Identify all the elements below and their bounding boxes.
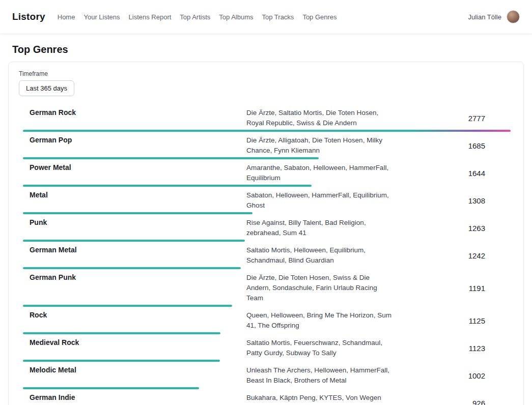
genre-bar [23,157,511,159]
genre-bar-fill [23,212,253,214]
genre-bar [23,240,511,242]
genre-name: Melodic Metal [19,365,246,374]
genre-bar [23,360,511,362]
nav-item-top-albums[interactable]: Top Albums [219,13,253,21]
page-title: Top Genres [12,44,520,55]
genre-count: 926 [399,399,513,405]
genre-artists: Queen, Helloween, Bring Me The Horizon, … [246,310,399,331]
top-genres-card: Timeframe Last 365 days German Rock Die … [8,62,524,405]
genre-bar-fill [23,267,241,269]
genre-count: 1123 [399,344,513,353]
genre-count: 1644 [399,169,513,178]
genre-bar-fill [23,360,220,362]
user-menu: Julian Tölle [468,10,520,23]
genre-bar [23,387,511,389]
genre-artists: Die Ärzte, Die Toten Hosen, Swiss & Die … [246,273,399,303]
genre-artists: Die Ärzte, Alligatoah, Die Toten Hosen, … [246,135,399,156]
genre-count: 2777 [399,114,513,123]
genre-name: Rock [19,310,246,319]
genre-bar-fill [23,305,232,307]
genre-artists: Die Ärzte, Saltatio Mortis, Die Toten Ho… [246,108,399,128]
genre-count: 1125 [399,316,513,325]
genre-bar-fill [23,240,245,242]
genre-name: German Indie [19,393,246,401]
main-content: Top Genres Timeframe Last 365 days Germa… [0,44,532,405]
genre-count: 1308 [399,196,513,205]
genre-row: German Punk Die Ärzte, Die Toten Hosen, … [19,270,513,308]
genre-name: Metal [19,190,246,199]
genre-row: Medieval Rock Saltatio Mortis, Feuerschw… [19,335,513,363]
genre-name: German Metal [19,245,246,254]
genre-name: Punk [19,218,246,226]
genre-bar [23,212,511,214]
timeframe-select[interactable]: Last 365 days [19,80,74,96]
user-avatar[interactable] [507,10,520,23]
nav-item-your-listens[interactable]: Your Listens [83,13,120,21]
genre-name: German Rock [19,108,246,117]
genre-artists: Saltatio Mortis, Feuerschwanz, Schandmau… [246,338,399,358]
genre-bar-fill [23,332,220,334]
genre-row: Punk Rise Against, Billy Talent, Bad Rel… [19,215,513,243]
genre-table: German Rock Die Ärzte, Saltatio Mortis, … [19,105,513,405]
genre-name: Medieval Rock [19,338,246,346]
genre-bar [23,267,511,269]
timeframe-filter: Timeframe Last 365 days [19,70,513,96]
genre-artists: Unleash The Archers, Helloween, HammerFa… [246,365,399,386]
genre-row: Rock Queen, Helloween, Bring Me The Hori… [19,308,513,335]
genre-row: Metal Sabaton, Helloween, HammerFall, Eq… [19,188,513,215]
genre-artists: Rise Against, Billy Talent, Bad Religion… [246,218,399,238]
genre-name: Power Metal [19,163,246,171]
genre-bar-fill [23,387,199,389]
genre-row: German Metal Saltatio Mortis, Helloween,… [19,243,513,270]
main-nav: Home Your Listens Listens Report Top Art… [58,13,337,21]
genre-count: 1191 [399,284,513,293]
genre-name: German Pop [19,135,246,144]
nav-item-listens-report[interactable]: Listens Report [129,13,172,21]
user-name[interactable]: Julian Tölle [468,13,501,21]
genre-row: German Indie Bukahara, Käptn Peng, KYTES… [19,390,513,405]
genre-bar [23,130,511,132]
genre-bar-fill [23,157,319,159]
genre-bar [23,305,511,307]
nav-item-top-genres[interactable]: Top Genres [302,13,337,21]
genre-row: German Pop Die Ärzte, Alligatoah, Die To… [19,133,513,160]
nav-item-home[interactable]: Home [58,13,75,21]
genre-artists: Bukahara, Käptn Peng, KYTES, Von Wegen L… [246,393,399,405]
genre-artists: Saltatio Mortis, Helloween, Equilibrium,… [246,245,399,266]
genre-row: German Rock Die Ärzte, Saltatio Mortis, … [19,105,513,133]
genre-artists: Amaranthe, Sabaton, Helloween, HammerFal… [246,163,399,183]
nav-item-top-tracks[interactable]: Top Tracks [262,13,294,21]
genre-bar [23,185,511,187]
genre-count: 1002 [399,371,513,380]
genre-count: 1263 [399,224,513,233]
genre-artists: Sabaton, Helloween, HammerFall, Equilibr… [246,190,399,211]
nav-item-top-artists[interactable]: Top Artists [180,13,210,21]
genre-row: Power Metal Amaranthe, Sabaton, Hellowee… [19,160,513,188]
top-navigation-bar: Listory Home Your Listens Listens Report… [0,0,532,34]
genre-bar-fill [23,185,312,187]
genre-count: 1685 [399,141,513,150]
genre-row: Melodic Metal Unleash The Archers, Hello… [19,363,513,390]
genre-bar [23,332,511,334]
timeframe-label: Timeframe [19,70,513,77]
genre-bar-fill [23,130,511,132]
brand-logo[interactable]: Listory [12,11,45,22]
genre-name: German Punk [19,273,246,281]
genre-count: 1242 [399,251,513,260]
